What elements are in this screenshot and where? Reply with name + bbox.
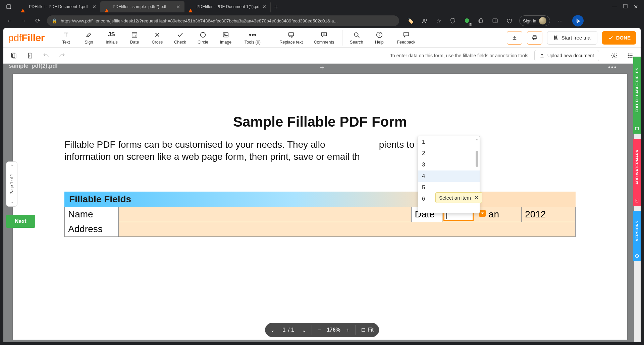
dropdown-option[interactable]: 3 [418, 159, 480, 170]
prev-page-button[interactable]: ⌄ [265, 323, 280, 337]
fillable-table: Name Date an 2012 Address [64, 207, 576, 237]
adblock-shield-icon[interactable]: 3 [463, 17, 471, 25]
document-title: Sample Fillable PDF Form [64, 114, 576, 130]
tool-text[interactable]: Text [55, 29, 77, 46]
rail-edit-fields[interactable]: EDIT FILLABLE FIELDS [633, 57, 641, 124]
svg-point-25 [628, 54, 629, 54]
address-field[interactable] [118, 222, 575, 236]
page-down-button[interactable]: ⌄ [10, 199, 14, 204]
svg-rect-31 [362, 328, 365, 331]
add-page-button[interactable] [24, 50, 36, 61]
upload-document-button[interactable]: Upload new document [534, 50, 599, 61]
signin-label: Sign in [523, 18, 536, 23]
rail-watermark-icon[interactable]: A [633, 196, 641, 206]
download-button[interactable] [507, 31, 522, 45]
tool-check[interactable]: Check [169, 29, 192, 46]
table-row: Name Date an 2012 [65, 207, 576, 222]
svg-rect-21 [533, 38, 536, 40]
print-button[interactable] [527, 31, 542, 45]
close-icon[interactable]: ✕ [176, 4, 180, 9]
svg-point-12 [291, 36, 292, 37]
zoom-in-button[interactable]: ＋ [340, 323, 355, 337]
tool-comments[interactable]: Comments [309, 29, 339, 46]
rail-watermark[interactable]: ADD WATERMARK [633, 139, 641, 196]
name-field[interactable] [118, 207, 411, 222]
tool-date[interactable]: 15Date [123, 29, 146, 46]
browser-tab-3[interactable]: PDFfiller - PDF Document 1(1).pd ✕ [184, 1, 271, 12]
done-button[interactable]: DONE [602, 31, 636, 45]
documents-panel-button[interactable] [8, 50, 19, 61]
document-tab-title[interactable]: sample_pdf(2).pdf [9, 63, 58, 69]
section-heading: Fillable Fields [64, 192, 576, 207]
doc-tab-more-icon[interactable]: ••• [608, 64, 617, 71]
svg-rect-10 [289, 32, 294, 36]
tab-overview-button[interactable] [3, 1, 15, 13]
add-doc-tab-icon[interactable]: ＋ [319, 63, 325, 72]
dropdown-option[interactable]: 2 [418, 148, 480, 159]
browser-tab-2[interactable]: PDFfiller - sample_pdf(2).pdf ✕ [101, 1, 184, 12]
rail-versions[interactable]: VERSIONS [633, 211, 641, 251]
date-year-field[interactable]: 2012 [522, 207, 576, 222]
date-month-field[interactable]: an [479, 207, 521, 222]
svg-text:A: A [636, 200, 638, 202]
current-page[interactable]: 1 [280, 327, 288, 333]
page-dropdown-button[interactable]: ⌄ [297, 323, 312, 337]
document-paragraph: Fillable PDF forms can be customised to … [64, 139, 576, 163]
tag-icon[interactable]: 🏷️ [407, 17, 415, 25]
tab-title: PDFfiller - sample_pdf(2).pdf [113, 4, 166, 9]
new-tab-button[interactable]: ＋ [271, 3, 281, 11]
dropdown-option[interactable]: 4 [418, 170, 480, 182]
read-aloud-icon[interactable]: A⁾ [421, 17, 429, 25]
tool-circle[interactable]: Circle [192, 29, 214, 46]
rail-versions-icon[interactable] [633, 251, 641, 261]
svg-line-16 [358, 36, 360, 38]
split-icon[interactable] [491, 17, 499, 25]
tracking-shield-icon[interactable] [449, 17, 457, 25]
svg-rect-1 [624, 4, 627, 8]
tool-image[interactable]: Image [214, 29, 237, 46]
redo-button[interactable] [56, 50, 68, 61]
avatar [539, 17, 546, 24]
tool-feedback[interactable]: Feedback [391, 29, 422, 46]
badge-count: 3 [469, 23, 472, 26]
minimize-icon[interactable]: — [612, 4, 617, 10]
tool-help[interactable]: ?Help [368, 29, 391, 46]
address-bar[interactable]: 🔒 https://www.pdffiller.com/jsfiller-des… [47, 15, 399, 26]
label-name: Name [65, 207, 119, 222]
extensions-icon[interactable] [477, 17, 485, 25]
tool-sign[interactable]: Sign [77, 29, 100, 46]
close-icon[interactable]: ✕ [92, 4, 96, 9]
back-button[interactable]: ← [5, 17, 14, 24]
maximize-icon[interactable] [623, 4, 628, 10]
fit-button[interactable]: Fit [356, 323, 379, 337]
zoom-out-button[interactable]: − [312, 323, 327, 337]
browser-tab-1[interactable]: PDFfiller - PDF Document 1.pdf ✕ [17, 1, 101, 12]
settings-gear-button[interactable] [608, 50, 620, 61]
tool-cross[interactable]: Cross [146, 29, 169, 46]
dropdown-option[interactable]: 1 [418, 136, 480, 148]
svg-point-7 [201, 32, 206, 37]
reload-button[interactable]: ⟳ [33, 17, 42, 24]
collections-icon[interactable] [505, 17, 513, 25]
page-up-button[interactable]: ⌃ [10, 164, 14, 169]
tool-replace-text[interactable]: Replace text [274, 29, 309, 46]
more-menu-icon[interactable]: ⋯ [556, 17, 564, 25]
svg-point-11 [289, 36, 290, 37]
dropdown-option[interactable]: 5 [418, 182, 480, 193]
next-button[interactable]: Next [6, 215, 35, 228]
tool-initials[interactable]: JSInitials [100, 29, 123, 46]
zoom-level: 176% [327, 327, 340, 333]
close-icon[interactable]: ✕ [262, 4, 266, 9]
close-window-icon[interactable]: ✕ [634, 4, 638, 10]
favorite-icon[interactable]: ☆ [435, 17, 443, 25]
tool-search[interactable]: Search [345, 29, 368, 46]
undo-button[interactable] [40, 50, 52, 61]
start-trial-button[interactable]: Start free trial [547, 31, 597, 45]
tool-more[interactable]: •••Tools (9) [237, 29, 268, 46]
svg-text:?: ? [378, 32, 380, 37]
tooltip-close-icon[interactable]: ✕ [474, 195, 479, 201]
rail-edit-fields-icon[interactable] [633, 124, 641, 134]
signin-button[interactable]: Sign in [519, 15, 550, 26]
bing-button[interactable] [572, 15, 584, 26]
svg-point-29 [628, 57, 629, 58]
